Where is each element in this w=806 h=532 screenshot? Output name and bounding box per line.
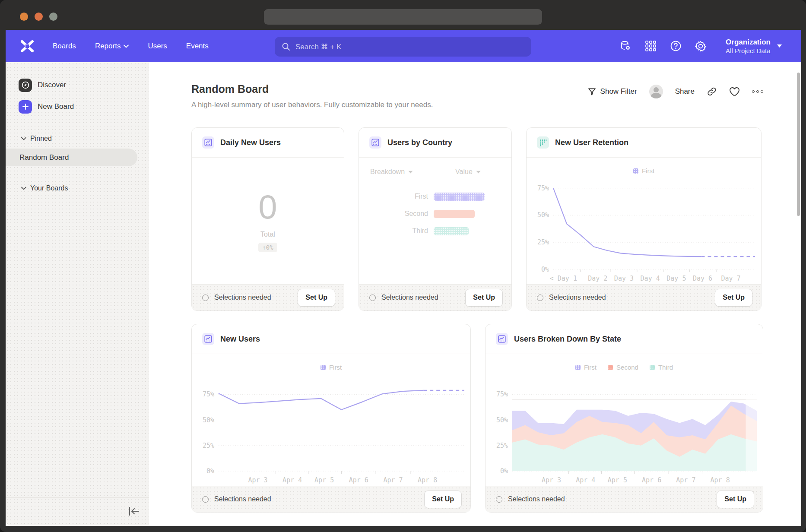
sidebar-item-discover[interactable]: Discover bbox=[19, 78, 149, 92]
svg-text:75%: 75% bbox=[537, 184, 549, 192]
minimize-window-button[interactable] bbox=[35, 13, 43, 21]
value-column-selector[interactable]: Value bbox=[455, 168, 481, 176]
breakdown-row: Third bbox=[359, 222, 511, 240]
nav-item-boards[interactable]: Boards bbox=[53, 42, 76, 51]
sidebar-divider bbox=[6, 497, 149, 498]
help-icon[interactable] bbox=[670, 40, 682, 52]
svg-text:50%: 50% bbox=[537, 211, 549, 219]
svg-text:Day 7: Day 7 bbox=[721, 275, 740, 282]
breakdown-row-label: First bbox=[359, 193, 428, 200]
share-button[interactable]: Share bbox=[675, 87, 695, 96]
data-management-icon[interactable] bbox=[619, 40, 631, 52]
close-window-button[interactable] bbox=[20, 13, 28, 21]
sidebar-item-new-board[interactable]: New Board bbox=[19, 99, 149, 114]
retention-line-chart: 75%50%25%0%< Day 1Day 2Day 3Day 4Day 5Da… bbox=[527, 174, 761, 284]
set-up-button[interactable]: Set Up bbox=[465, 289, 503, 307]
svg-text:0%: 0% bbox=[206, 467, 214, 475]
svg-text:50%: 50% bbox=[203, 416, 214, 424]
svg-text:75%: 75% bbox=[203, 390, 214, 398]
copy-link-icon[interactable] bbox=[707, 86, 717, 97]
svg-text:Day 2: Day 2 bbox=[588, 275, 607, 282]
status-text: Selections needed bbox=[214, 495, 271, 503]
legend-swatch bbox=[320, 365, 326, 370]
chart-legend: First bbox=[192, 364, 470, 371]
sidebar-item-label: Discover bbox=[38, 81, 66, 89]
status-text: Selections needed bbox=[508, 495, 565, 503]
mixpanel-logo-icon[interactable] bbox=[20, 40, 35, 53]
chart-legend: First bbox=[527, 167, 761, 174]
legend-item[interactable]: First bbox=[320, 364, 342, 371]
card-title: Users Broken Down By State bbox=[514, 335, 621, 344]
set-up-button[interactable]: Set Up bbox=[424, 491, 462, 508]
search-icon bbox=[282, 42, 290, 51]
svg-text:75%: 75% bbox=[496, 390, 508, 398]
svg-text:0%: 0% bbox=[541, 266, 549, 273]
nav-item-users[interactable]: Users bbox=[148, 42, 167, 51]
chart-legend: FirstSecondThird bbox=[486, 364, 763, 371]
breakdown-column-selector[interactable]: Breakdown bbox=[370, 168, 413, 176]
chevron-down-icon bbox=[777, 44, 782, 48]
svg-text:Apr 7: Apr 7 bbox=[383, 476, 403, 484]
avatar[interactable] bbox=[649, 85, 663, 98]
card-title: New Users bbox=[220, 335, 260, 344]
svg-text:Apr 3: Apr 3 bbox=[542, 476, 561, 484]
svg-text:Apr 8: Apr 8 bbox=[711, 476, 730, 484]
legend-swatch bbox=[650, 365, 655, 370]
nav-links: Boards Reports Users Events bbox=[53, 42, 209, 51]
collapse-sidebar-icon[interactable] bbox=[128, 506, 140, 516]
breakdown-row-bar bbox=[434, 210, 475, 218]
svg-text:< Day 1: < Day 1 bbox=[550, 275, 577, 282]
scrollbar-thumb[interactable] bbox=[797, 73, 800, 216]
line-chart-icon bbox=[202, 136, 214, 149]
svg-text:Apr 6: Apr 6 bbox=[349, 476, 368, 484]
traffic-lights[interactable] bbox=[20, 13, 57, 21]
legend-item[interactable]: First bbox=[575, 364, 597, 371]
legend-item[interactable]: First bbox=[633, 167, 654, 174]
svg-text:25%: 25% bbox=[537, 238, 549, 246]
page-subtitle: A high-level summary of user behaviors. … bbox=[191, 101, 433, 109]
browser-address-bar[interactable] bbox=[264, 9, 542, 25]
chevron-down-icon bbox=[21, 137, 26, 140]
top-navbar: Boards Reports Users Events Search ⌘ + K bbox=[6, 30, 801, 62]
nav-item-events[interactable]: Events bbox=[186, 42, 209, 51]
chevron-down-icon bbox=[124, 44, 129, 48]
new-users-chart: First 75%50%25%0%Apr 3Apr 4Apr 5Apr 6Apr… bbox=[192, 354, 470, 486]
svg-text:0%: 0% bbox=[500, 467, 508, 475]
org-switcher[interactable]: Organization All Project Data bbox=[726, 38, 782, 55]
sidebar-item-label: New Board bbox=[38, 102, 74, 111]
status-text: Selections needed bbox=[214, 294, 271, 301]
more-options-icon[interactable] bbox=[752, 90, 763, 93]
apps-grid-icon[interactable] bbox=[644, 40, 657, 52]
global-search-input[interactable]: Search ⌘ + K bbox=[275, 37, 531, 57]
card-users-by-state: Users Broken Down By State FirstSecondTh… bbox=[485, 324, 763, 513]
nav-item-reports[interactable]: Reports bbox=[95, 42, 129, 51]
zoom-window-button[interactable] bbox=[49, 13, 57, 21]
set-up-button[interactable]: Set Up bbox=[715, 289, 752, 307]
svg-text:Apr 4: Apr 4 bbox=[282, 476, 302, 484]
sidebar-item-random-board[interactable]: Random Board bbox=[6, 149, 137, 166]
svg-text:Apr 4: Apr 4 bbox=[576, 476, 595, 484]
show-filter-button[interactable]: Show Filter bbox=[588, 87, 637, 96]
svg-text:25%: 25% bbox=[203, 442, 214, 450]
card-users-by-country: Users by Country Breakdown Value bbox=[359, 127, 512, 311]
org-project: All Project Data bbox=[726, 47, 771, 54]
svg-text:Apr 8: Apr 8 bbox=[418, 476, 437, 484]
legend-item[interactable]: Third bbox=[650, 364, 673, 371]
set-up-button[interactable]: Set Up bbox=[298, 289, 335, 307]
main-content: Random Board A high-level summary of use… bbox=[149, 62, 801, 526]
page-title: Random Board bbox=[191, 83, 433, 95]
org-name: Organization bbox=[726, 38, 771, 48]
breakdown-row-bar bbox=[434, 227, 469, 235]
status-icon bbox=[202, 496, 209, 503]
legend-item[interactable]: Second bbox=[608, 364, 638, 371]
board-actions: Show Filter Share bbox=[588, 85, 763, 98]
sidebar-section-your-boards[interactable]: Your Boards bbox=[21, 184, 149, 192]
discover-icon bbox=[19, 79, 32, 92]
settings-gear-icon[interactable] bbox=[695, 40, 707, 52]
set-up-button[interactable]: Set Up bbox=[717, 491, 754, 508]
favorite-heart-icon[interactable] bbox=[729, 87, 740, 97]
sidebar-section-pinned[interactable]: Pinned bbox=[21, 135, 149, 142]
status-icon bbox=[496, 496, 502, 503]
card-new-users: New Users First 75%50%25%0%Apr 3Apr 4Apr… bbox=[191, 324, 471, 513]
retention-grid-icon bbox=[537, 136, 549, 149]
